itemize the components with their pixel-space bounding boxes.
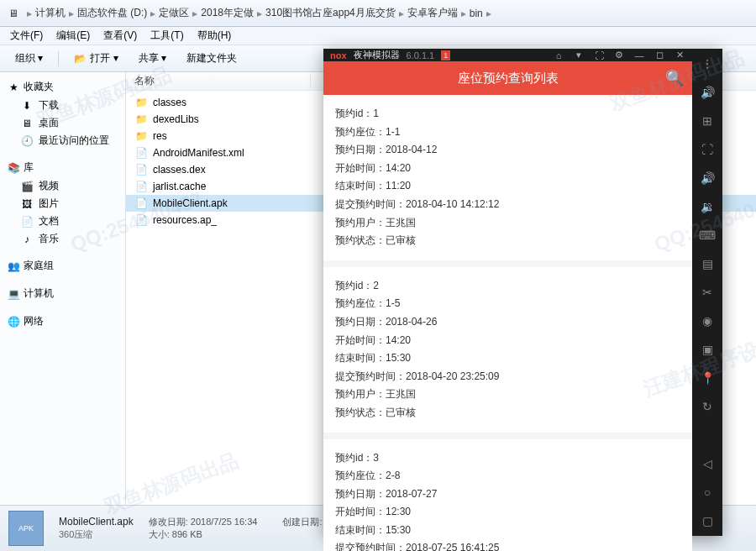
emulator-titlebar[interactable]: nox 夜神模拟器 6.0.1.1 1 ⌂ ▾ ⛶ ⚙ — ◻ ✕ bbox=[323, 49, 692, 61]
back-icon[interactable]: ◁ bbox=[699, 455, 716, 472]
music-icon: ♪ bbox=[20, 233, 34, 246]
breadcrumb-item[interactable]: 固态软件盘 (D:) bbox=[77, 6, 147, 20]
notification-badge: 1 bbox=[441, 50, 450, 60]
reservation-record[interactable]: 预约id：3预约座位：2-8预约日期：2018-07-27开始时间：12:30结… bbox=[323, 439, 692, 552]
file-name: resources.ap_ bbox=[153, 214, 217, 226]
scissors-icon[interactable]: ✂ bbox=[699, 284, 716, 301]
record-start: 开始时间：14:20 bbox=[335, 160, 680, 178]
emulator-toolbar: ⋮ 🔊 ⊞ ⛶ 🔊 🔉 ⌨ ▤ ✂ ◉ ▣ 📍 ↻ ◁ ○ ▢ bbox=[692, 49, 722, 536]
chevron-right-icon: ▸ bbox=[461, 8, 466, 19]
record-icon[interactable]: ◉ bbox=[699, 312, 716, 329]
sidebar-item-recent[interactable]: 🕘最近访问的位置 bbox=[5, 132, 120, 150]
sidebar-homegroup-header[interactable]: 👥家庭组 bbox=[5, 256, 120, 276]
breadcrumb-item[interactable]: 计算机 bbox=[35, 6, 66, 20]
home-icon[interactable]: ⌂ bbox=[553, 50, 564, 61]
volume-down-icon[interactable]: 🔉 bbox=[699, 198, 716, 215]
minimize-icon[interactable]: — bbox=[633, 50, 645, 61]
file-name: AndroidManifest.xml bbox=[153, 147, 244, 159]
record-status: 预约状态：已审核 bbox=[335, 404, 680, 422]
share-button[interactable]: 共享 ▾ bbox=[130, 49, 175, 68]
sidebar-computer-header[interactable]: 💻计算机 bbox=[5, 284, 120, 303]
menu-view[interactable]: 查看(V) bbox=[97, 27, 144, 45]
menu-edit[interactable]: 编辑(E) bbox=[50, 27, 97, 45]
sidebar-favorites-header[interactable]: ★收藏夹 bbox=[5, 77, 120, 97]
modified-value: 2018/7/25 16:34 bbox=[191, 517, 258, 527]
column-name[interactable]: 名称 bbox=[126, 74, 311, 88]
sidebar-network-header[interactable]: 🌐网络 bbox=[5, 312, 120, 331]
sidebar-item-desktop[interactable]: 🖥桌面 bbox=[5, 114, 120, 132]
gear-icon[interactable]: ⚙ bbox=[613, 50, 625, 61]
menu-tools[interactable]: 工具(T) bbox=[144, 27, 190, 45]
sidebar-item-music[interactable]: ♪音乐 bbox=[5, 230, 120, 248]
breadcrumb-item[interactable]: 2018年定做 bbox=[201, 6, 254, 20]
search-icon[interactable]: 🔍 bbox=[665, 69, 684, 87]
reservation-record[interactable]: 预约id：1预约座位：1-1预约日期：2018-04-12开始时间：14:20结… bbox=[323, 95, 692, 260]
expand-icon[interactable]: ⛶ bbox=[593, 50, 605, 61]
breadcrumb-item[interactable]: 安卓客户端 bbox=[407, 6, 458, 20]
record-seat: 预约座位：2-8 bbox=[335, 467, 680, 485]
keyboard-icon[interactable]: ⌨ bbox=[699, 227, 716, 244]
sidebar-item-documents[interactable]: 📄文档 bbox=[5, 213, 120, 230]
grid-icon[interactable]: ⊞ bbox=[699, 113, 716, 129]
breadcrumb-item[interactable]: 定做区 bbox=[159, 6, 189, 20]
sidebar-item-label: 下载 bbox=[39, 98, 59, 113]
status-filename: MobileClient.apk bbox=[59, 516, 134, 527]
app-body[interactable]: 预约id：1预约座位：1-1预约日期：2018-04-12开始时间：14:20结… bbox=[323, 95, 692, 551]
more-icon[interactable]: ⋮ bbox=[699, 55, 716, 72]
sidebar-libraries-header[interactable]: 📚库 bbox=[5, 158, 120, 177]
sound-on-icon[interactable]: 🔊 bbox=[699, 84, 716, 101]
record-seat: 预约座位：1-1 bbox=[335, 123, 680, 142]
record-user: 预约用户：王兆国 bbox=[335, 386, 680, 404]
newfolder-button[interactable]: 新建文件夹 bbox=[178, 49, 245, 68]
record-end: 结束时间：15:30 bbox=[335, 349, 680, 368]
breadcrumb-item[interactable]: bin bbox=[470, 8, 483, 19]
chevron-right-icon: ▸ bbox=[192, 8, 197, 19]
home-icon[interactable]: ○ bbox=[699, 484, 716, 501]
breadcrumb-item[interactable]: 310图书馆占座app4月底交货 bbox=[265, 6, 396, 20]
sidebar-item-pictures[interactable]: 🖼图片 bbox=[5, 195, 120, 213]
file-name: res bbox=[153, 130, 167, 142]
sidebar-item-label: 最近访问的位置 bbox=[39, 134, 109, 148]
chevron-right-icon: ▸ bbox=[486, 8, 491, 19]
sidebar-item-video[interactable]: 🎬视频 bbox=[5, 177, 120, 195]
app-header: 座位预约查询列表 🔍 bbox=[323, 61, 692, 95]
record-seat: 预约座位：1-5 bbox=[335, 295, 680, 313]
file-icon: 📄 bbox=[134, 197, 148, 210]
maximize-icon[interactable]: ◻ bbox=[654, 50, 665, 61]
file-name: dexedLibs bbox=[153, 113, 199, 125]
explorer-sidebar: ★收藏夹 ⬇下载 🖥桌面 🕘最近访问的位置 📚库 🎬视频 🖼图片 📄文档 ♪音乐… bbox=[0, 72, 126, 505]
sidebar-item-downloads[interactable]: ⬇下载 bbox=[5, 97, 120, 114]
emulator-version: 6.0.1.1 bbox=[407, 50, 435, 60]
menu-help[interactable]: 帮助(H) bbox=[191, 27, 239, 45]
reservation-record[interactable]: 预约id：2预约座位：1-5预约日期：2018-04-26开始时间：14:20结… bbox=[323, 267, 692, 433]
emulator-screen: 座位预约查询列表 🔍 预约id：1预约座位：1-1预约日期：2018-04-12… bbox=[323, 61, 692, 551]
fullscreen-icon[interactable]: ⛶ bbox=[699, 141, 716, 158]
emulator-brand: nox bbox=[330, 50, 347, 60]
emulator-title: 夜神模拟器 bbox=[354, 49, 400, 61]
open-button[interactable]: 📂打开 ▾ bbox=[66, 49, 126, 68]
image-icon: 🖼 bbox=[20, 197, 34, 211]
menu-file[interactable]: 文件(F) bbox=[3, 27, 50, 45]
record-user: 预约用户：王兆国 bbox=[335, 214, 680, 233]
record-submit: 提交预约时间：2018-04-10 14:12:12 bbox=[335, 196, 680, 214]
emulator-window: nox 夜神模拟器 6.0.1.1 1 ⌂ ▾ ⛶ ⚙ — ◻ ✕ 座位预约查询… bbox=[323, 49, 722, 536]
computer-icon: 🖥 bbox=[7, 7, 20, 20]
doc-icon: 📄 bbox=[20, 215, 34, 228]
sidebar-item-label: 音乐 bbox=[39, 232, 59, 246]
star-icon: ★ bbox=[7, 81, 20, 94]
location-icon[interactable]: 📍 bbox=[699, 370, 716, 386]
record-start: 开始时间：12:30 bbox=[335, 503, 680, 522]
record-date: 预约日期：2018-04-12 bbox=[335, 141, 680, 160]
rotate-icon[interactable]: ↻ bbox=[699, 398, 716, 415]
chevron-down-icon[interactable]: ▾ bbox=[573, 50, 585, 61]
organize-button[interactable]: 组织 ▾ bbox=[7, 49, 51, 68]
network-icon: 🌐 bbox=[7, 315, 20, 328]
screenshot-icon[interactable]: ▣ bbox=[699, 341, 716, 358]
record-status: 预约状态：已审核 bbox=[335, 232, 680, 250]
chevron-right-icon: ▸ bbox=[257, 8, 262, 19]
recents-icon[interactable]: ▢ bbox=[699, 512, 716, 529]
sidebar-label: 计算机 bbox=[24, 286, 54, 301]
layers-icon[interactable]: ▤ bbox=[699, 255, 716, 272]
volume-up-icon[interactable]: 🔊 bbox=[699, 170, 716, 186]
close-icon[interactable]: ✕ bbox=[674, 50, 685, 61]
